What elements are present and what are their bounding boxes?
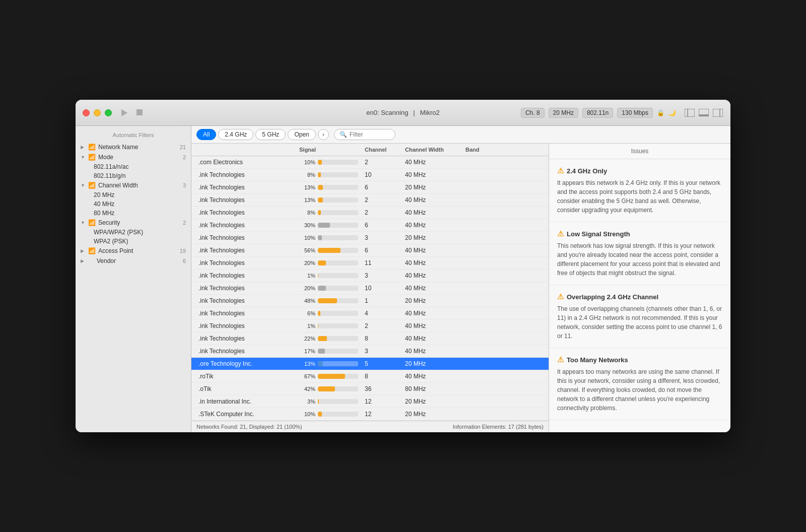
filter-5ghz-button[interactable]: 5 GHz	[255, 129, 286, 140]
table-row[interactable]: .ink Technologies13%240 MHz	[191, 194, 549, 207]
sidebar-sub-20mhz[interactable]: 20 MHz	[76, 190, 191, 200]
cell-signal: 10%	[297, 156, 363, 168]
channel-badge[interactable]: Ch. 8	[521, 108, 545, 118]
sidebar-item-channel-width[interactable]: ▼ 📶 Channel Width 3	[76, 180, 191, 190]
issues-panel: Issues ⚠2.4 GHz OnlyIt appears this netw…	[549, 144, 730, 432]
sidebar-sub-80211bgn[interactable]: 802.11b/g/n	[76, 171, 191, 180]
titlebar-right: Ch. 8 20 MHz 802.11n 130 Mbps 🔒 🌙	[521, 107, 723, 118]
cell-name: .ink Technologies	[196, 257, 297, 269]
sidebar-item-access-point[interactable]: ▶ 📶 Access Point 19	[76, 246, 191, 256]
cell-width: 40 MHz	[403, 270, 463, 282]
sidebar-item-security[interactable]: ▼ 📶 Security 2	[76, 218, 191, 228]
main-content: Automatic Filters ▶ 📶 Network Name 21 ▼ …	[76, 126, 730, 432]
close-button[interactable]	[83, 109, 90, 116]
table-header: Signal Channel Channel Width Band	[191, 144, 549, 156]
table-row[interactable]: .ink Technologies20%1040 MHz	[191, 282, 549, 295]
table-body: .com Electronics10%240 MHz.ink Technolog…	[191, 156, 549, 421]
width-badge[interactable]: 20 MHz	[549, 108, 578, 118]
search-icon: 🔍	[340, 131, 347, 138]
cell-signal: 13%	[297, 358, 363, 370]
sidebar-sub-40mhz[interactable]: 40 MHz	[76, 200, 191, 209]
filter-open-button[interactable]: Open	[288, 129, 315, 140]
sidebar-20mhz-label: 20 MHz	[94, 191, 114, 198]
content-area: Signal Channel Channel Width Band .com E…	[191, 144, 730, 432]
table-row[interactable]: .com Electronics10%240 MHz	[191, 156, 549, 169]
table-row[interactable]: .ink Technologies17%340 MHz	[191, 345, 549, 358]
table-row[interactable]: .ink Technologies30%640 MHz	[191, 219, 549, 232]
sidebar-sub-wpa-wpa2[interactable]: WPA/WPA2 (PSK)	[76, 228, 191, 237]
chevron-right-icon: ▶	[81, 145, 87, 150]
table-row[interactable]: .ink Technologies1%340 MHz	[191, 270, 549, 282]
cell-channel: 3	[363, 270, 403, 282]
cell-width: 40 MHz	[403, 307, 463, 319]
cell-name: .ink Technologies	[196, 320, 297, 332]
sidebar-40mhz-label: 40 MHz	[94, 201, 114, 208]
sidebar-sub-wpa2[interactable]: WPA2 (PSK)	[76, 237, 191, 246]
table-row[interactable]: .ink Technologies1%240 MHz	[191, 320, 549, 332]
issue-title-text: Low Signal Strength	[567, 230, 630, 238]
stop-button[interactable]	[134, 107, 145, 118]
cell-name: .com Electronics	[196, 156, 297, 168]
svg-rect-4	[699, 109, 709, 115]
sidebar-item-mode[interactable]: ▼ 📶 Mode 2	[76, 152, 191, 162]
table-row[interactable]: .ore Technology Inc.13%520 MHz	[191, 358, 549, 370]
cell-band	[463, 282, 504, 294]
cell-name: .ore Technology Inc.	[196, 358, 297, 370]
cell-signal: 67%	[297, 370, 363, 382]
cell-width: 20 MHz	[403, 395, 463, 408]
table-row[interactable]: .ink Technologies22%840 MHz	[191, 332, 549, 345]
cell-signal: 10%	[297, 408, 363, 420]
separator: |	[413, 109, 415, 116]
cell-signal: 20%	[297, 282, 363, 294]
table-row[interactable]: .oTik42%3680 MHz	[191, 383, 549, 395]
cell-signal: 1%	[297, 320, 363, 332]
filter-24ghz-button[interactable]: 2.4 GHz	[218, 129, 253, 140]
cell-name: .ink Technologies	[196, 207, 297, 219]
table-row[interactable]: .STeK Computer Inc.10%1220 MHz	[191, 408, 549, 421]
speed-badge[interactable]: 130 Mbps	[617, 108, 653, 118]
filter-more-button[interactable]: ›	[318, 129, 329, 140]
table-row[interactable]: .ink Technologies8%1040 MHz	[191, 169, 549, 181]
table-row[interactable]: .roTik67%840 MHz	[191, 370, 549, 383]
sidebar-sub-80211anac[interactable]: 802.11a/n/ac	[76, 162, 191, 171]
table-row[interactable]: .ink Technologies6%440 MHz	[191, 307, 549, 320]
sidebar-left-view-button[interactable]	[684, 107, 695, 118]
cell-channel: 1	[363, 295, 403, 307]
cell-band	[463, 408, 504, 420]
sidebar-right-view-button[interactable]	[712, 107, 723, 118]
sidebar-item-vendor[interactable]: ▶ Vendor 6	[76, 256, 191, 266]
search-input[interactable]	[350, 131, 390, 138]
signal-pct: 67%	[299, 373, 315, 379]
table-row[interactable]: .ink Technologies48%120 MHz	[191, 295, 549, 307]
table-row[interactable]: .ink Technologies10%320 MHz	[191, 232, 549, 244]
cell-band	[463, 181, 504, 193]
cell-width: 20 MHz	[403, 295, 463, 307]
cell-signal: 13%	[297, 181, 363, 193]
sidebar: Automatic Filters ▶ 📶 Network Name 21 ▼ …	[76, 126, 191, 432]
issue-title-overlap-24ghz: ⚠Overlapping 2.4 GHz Channel	[557, 292, 722, 301]
filter-all-button[interactable]: All	[196, 129, 216, 140]
play-button[interactable]	[118, 106, 131, 119]
wifi-icon: 📶	[88, 144, 96, 151]
laptop-view-button[interactable]	[698, 107, 709, 118]
sidebar-vendor-label: Vendor	[97, 257, 183, 264]
sidebar-item-network-name[interactable]: ▶ 📶 Network Name 21	[76, 142, 191, 152]
sidebar-sub-80mhz[interactable]: 80 MHz	[76, 209, 191, 218]
cell-name: .ink Technologies	[196, 194, 297, 206]
table-row[interactable]: .ink Technologies13%620 MHz	[191, 181, 549, 194]
table-row[interactable]: .ink Technologies8%240 MHz	[191, 207, 549, 219]
cell-band	[463, 295, 504, 307]
table-row[interactable]: .ink Technologies56%640 MHz	[191, 244, 549, 257]
cell-band	[463, 207, 504, 219]
cell-channel: 10	[363, 282, 403, 294]
wifi-icon-sec: 📶	[88, 219, 96, 226]
table-row[interactable]: .ink Technologies20%1140 MHz	[191, 257, 549, 270]
minimize-button[interactable]	[94, 109, 101, 116]
table-row[interactable]: .in International Inc.3%1220 MHz	[191, 395, 549, 408]
cell-name: .ink Technologies	[196, 169, 297, 181]
maximize-button[interactable]	[105, 109, 112, 116]
sidebar-channel-width-label: Channel Width	[98, 182, 183, 189]
standard-badge[interactable]: 802.11n	[582, 108, 613, 118]
issue-item-overlap-24ghz: ⚠Overlapping 2.4 GHz ChannelThe use of o…	[549, 285, 730, 348]
cell-signal: 20%	[297, 257, 363, 269]
